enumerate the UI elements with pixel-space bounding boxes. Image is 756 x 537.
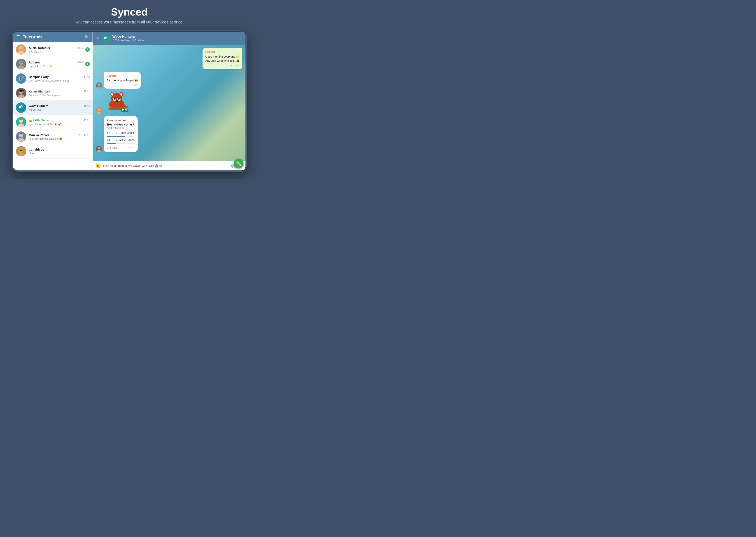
message-outgoing-1: Roberto Good morning everyone 👋Any idea … [96, 48, 242, 69]
menu-icon[interactable]: ☰ [16, 35, 20, 39]
svg-point-47 [111, 93, 113, 96]
poll-pct-1: 67 [107, 131, 113, 134]
chat-preview-karen: Friday at 2 PM. Same place. [29, 94, 90, 97]
chat-name-alicia: Alicia Torreaux [29, 46, 50, 50]
chat-content-cat: Cat Videos Video [29, 148, 90, 155]
compose-button[interactable]: ✏️ [233, 158, 243, 168]
avatar-karen [16, 88, 26, 98]
chat-preview-alicia: Bob says hi. [29, 50, 83, 53]
cat-video-label: Video [29, 152, 35, 155]
svg-point-63 [98, 146, 101, 149]
chat-item-karen[interactable]: Karen Stanford 16:01 Friday at 2 PM. Sam… [13, 86, 93, 101]
chat-content-campus: Campus Party 17:42 Dan: Wow, almost 2,50… [29, 75, 90, 82]
svg-point-37 [98, 83, 101, 86]
chat-panel: ✕ 🌊 Wave Hunters 2,768 members, 496 onli… [93, 32, 245, 170]
mini-avatar-sticker [96, 107, 102, 114]
msg-sender-roberto: Roberto [106, 74, 138, 78]
chat-item-sister[interactable]: 🔒 Little Sister 13:01 I got the job at N… [13, 115, 93, 130]
chat-content-alicia: Alicia Torreaux ✓✓ 18:12 Bob says hi. [29, 46, 83, 53]
chat-top-monika: Monika Parker ✓✓ 11:11 [29, 133, 90, 137]
poll-title: Best waves so far? [107, 123, 135, 126]
chat-header: ✕ 🌊 Wave Hunters 2,768 members, 496 onli… [93, 32, 245, 45]
svg-point-33 [21, 149, 22, 151]
chat-name-cat: Cat Videos [29, 148, 44, 151]
chat-preview-campus: Dan: Wow, almost 2,500 members! [29, 79, 90, 82]
svg-point-58 [108, 107, 111, 110]
chat-name-monika: Monika Parker [29, 133, 49, 137]
poll-bar-fill-1 [107, 136, 125, 137]
close-icon[interactable]: ✕ [96, 36, 99, 41]
chat-item-roberto[interactable]: Roberto 18:01 Say hello to Alice 👋 1 [13, 57, 93, 71]
svg-point-9 [20, 62, 21, 63]
chat-time-alicia: ✓✓ 18:12 [71, 46, 83, 49]
chat-item-monika[interactable]: Monika Parker ✓✓ 11:11 I don't remember … [13, 130, 93, 144]
svg-text:🎉: 🎉 [18, 76, 24, 81]
check-monika: ✓✓ [78, 134, 83, 137]
chat-top-karen: Karen Stanford 16:01 [29, 90, 90, 93]
svg-point-40 [98, 108, 101, 111]
chat-time-sister: 13:01 [84, 119, 90, 122]
msg-check-outgoing: ✓✓ [235, 64, 239, 67]
svg-rect-8 [20, 62, 23, 62]
chat-name-sister: 🔒 Little Sister [29, 118, 50, 122]
chat-content-roberto: Roberto 18:01 Say hello to Alice 👋 [29, 61, 83, 68]
poll-votes: 185 votes [107, 146, 117, 149]
poll-time-row: 185 votes 15:43 [107, 145, 135, 149]
poll-type: Anonymous Poll [107, 127, 135, 129]
avatar-monika [16, 132, 26, 142]
msg-time-row-outgoing: 15:37 ✓✓ [205, 64, 239, 67]
wave-sender: Karen: [29, 108, 37, 111]
group-name: Wave Hunters [112, 35, 235, 39]
sticker-time: 15:38 [121, 108, 129, 112]
svg-point-52 [115, 98, 116, 99]
chat-top-wave: Wave Hunters 15:43 [29, 104, 90, 107]
svg-text:🌊: 🌊 [19, 105, 24, 110]
svg-text:🌊: 🌊 [104, 36, 108, 41]
avatar-alicia [16, 44, 26, 55]
msg-sender-outgoing: Roberto [205, 50, 239, 54]
mini-avatar-karen [96, 145, 102, 152]
chat-name-campus: Campus Party [29, 75, 49, 79]
chat-body: Roberto Good morning everyone 👋Any idea … [93, 45, 245, 161]
chat-content-monika: Monika Parker ✓✓ 11:11 I don't remember … [29, 133, 90, 140]
mini-avatar-roberto [96, 82, 102, 89]
svg-point-4 [22, 48, 22, 49]
group-meta: 2,768 members, 496 online [112, 39, 235, 42]
poll-bar-track-1 [107, 136, 135, 137]
poll-bar-fill-2 [107, 143, 116, 144]
chat-preview-roberto: Say hello to Alice 👋 [29, 64, 83, 68]
avatar-wave: 🌊 [16, 103, 26, 113]
device-frame: ☰ Telegram 🔍 Alicia Torreaux ✓✓ [12, 30, 247, 172]
chat-top-sister: 🔒 Little Sister 13:01 [29, 118, 90, 122]
svg-point-10 [22, 62, 22, 63]
chat-item-wave[interactable]: 🌊 Wave Hunters 15:43 Karen: Poll [13, 101, 93, 115]
chat-item-cat[interactable]: Cat Videos Video [13, 144, 93, 158]
search-icon[interactable]: 🔍 [84, 35, 89, 39]
page-subtitle: You can access your messages from all yo… [75, 20, 184, 24]
poll-option-2: 33% White Sands [107, 139, 135, 142]
msg-time-incoming: 15:37 [132, 83, 138, 87]
chat-item-campus[interactable]: 🎉 Campus Party 17:42 Dan: Wow, almost 2,… [13, 71, 93, 86]
chat-item-alicia[interactable]: Alicia Torreaux ✓✓ 18:12 Bob says hi. 2 [13, 42, 93, 57]
campus-sender: Dan: [29, 79, 35, 82]
chat-name-roberto: Roberto [29, 61, 40, 64]
message-input[interactable] [103, 164, 227, 167]
message-poll: Karen Stanford Best waves so far? Anonym… [96, 116, 242, 152]
avatar-cat [16, 146, 26, 156]
chat-time-roberto: 18:01 [77, 61, 83, 63]
group-avatar: 🌊 [102, 34, 110, 42]
msg-time-row-incoming: 15:37 [106, 83, 138, 87]
avatar-roberto [16, 59, 26, 69]
svg-point-49 [120, 93, 122, 96]
chat-preview-wave: Karen: Poll [29, 108, 90, 111]
sidebar: ☰ Telegram 🔍 Alicia Torreaux ✓✓ [13, 32, 93, 170]
chat-time-campus: 17:42 [84, 75, 90, 78]
device-inner: ☰ Telegram 🔍 Alicia Torreaux ✓✓ [13, 32, 245, 170]
svg-point-3 [20, 48, 21, 49]
more-icon[interactable]: ⋮ [238, 36, 242, 41]
chat-messages: Roberto Good morning everyone 👋Any idea … [96, 48, 242, 152]
chat-content-sister: 🔒 Little Sister 13:01 I got the job at N… [29, 118, 90, 126]
chat-preview-sister: I got the job at NASA! 🎉 🚀 [29, 123, 90, 126]
emoji-icon[interactable]: 🙂 [96, 163, 101, 168]
chat-top-roberto: Roberto 18:01 [29, 61, 83, 64]
